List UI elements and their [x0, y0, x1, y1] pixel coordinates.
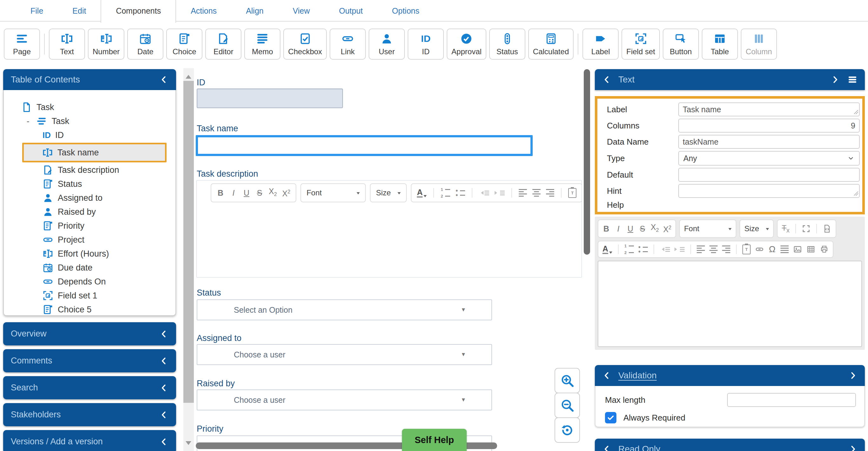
underline-button[interactable]: U	[627, 224, 634, 233]
tree-item-effort-hours[interactable]: Effort (Hours)	[4, 247, 176, 261]
sidebar-section-overview[interactable]: Overview	[3, 322, 176, 345]
horizontal-rule-icon[interactable]	[780, 246, 789, 253]
help-richtext-editor[interactable]: B I U S X2 X2 Font Size Tx	[595, 217, 865, 350]
reset-view-button[interactable]	[555, 417, 580, 443]
toolbar-button-label-component[interactable]: Label	[583, 29, 619, 60]
scroll-down-arrow-icon[interactable]	[186, 441, 191, 448]
toolbar-button-date[interactable]: Date	[127, 29, 163, 60]
chevron-left-icon[interactable]	[160, 410, 168, 419]
default-input[interactable]	[678, 168, 860, 182]
align-right-icon[interactable]	[722, 246, 730, 253]
status-select[interactable]: Select an Option ▼	[197, 299, 492, 320]
tree-item-status[interactable]: Status	[4, 177, 176, 191]
menu-item-file[interactable]: File	[16, 1, 58, 21]
menu-item-actions[interactable]: Actions	[176, 1, 231, 21]
bold-button[interactable]: B	[217, 188, 224, 198]
align-right-icon[interactable]	[546, 189, 554, 197]
chevron-left-icon[interactable]	[160, 356, 168, 365]
columns-input[interactable]	[678, 119, 860, 133]
sidebar-section-search[interactable]: Search	[3, 376, 176, 399]
chevron-left-icon[interactable]	[160, 329, 168, 339]
ordered-list-icon[interactable]: 12	[441, 187, 450, 198]
underline-button[interactable]: U	[243, 188, 250, 198]
assigned-to-select[interactable]: Choose a user ▼	[197, 344, 492, 365]
chevron-right-icon[interactable]	[848, 371, 857, 380]
tree-item-id[interactable]: IDID	[4, 128, 176, 142]
chevron-left-icon[interactable]	[602, 371, 611, 380]
toolbar-button-editor[interactable]: Editor	[205, 29, 241, 60]
chevron-left-icon[interactable]	[160, 383, 168, 392]
menu-item-output[interactable]: Output	[324, 1, 377, 21]
hamburger-icon[interactable]	[848, 75, 857, 84]
menu-item-edit[interactable]: Edit	[58, 1, 100, 21]
paste-as-text-icon[interactable]: T	[742, 245, 751, 254]
outdent-icon[interactable]	[479, 191, 489, 195]
scroll-up-arrow-icon[interactable]	[186, 72, 191, 79]
link-icon[interactable]	[755, 245, 764, 254]
size-dropdown[interactable]: Size	[744, 224, 769, 233]
subscript-button[interactable]: X2	[269, 187, 277, 199]
special-character-icon[interactable]: Ω	[768, 245, 776, 254]
align-center-icon[interactable]	[532, 189, 540, 197]
self-help-button[interactable]: Self Help	[402, 429, 467, 451]
toolbar-button-id[interactable]: IDID	[408, 29, 444, 60]
menu-item-view[interactable]: View	[278, 1, 324, 21]
validation-title[interactable]: Validation	[618, 371, 657, 381]
superscript-button[interactable]: X2	[282, 187, 290, 198]
tree-item-priority[interactable]: Priority	[4, 219, 176, 233]
menu-item-options[interactable]: Options	[377, 1, 434, 21]
raised-by-select[interactable]: Choose a user ▼	[197, 389, 492, 410]
zoom-out-button[interactable]	[555, 393, 580, 418]
panel-vertical-scrollbar-thumb[interactable]	[584, 69, 590, 255]
toolbar-button-choice[interactable]: Choice	[166, 29, 203, 60]
task-description-editor[interactable]: B I U S X2 X2 Font Size A 12 ••	[196, 180, 582, 278]
tree-item-project[interactable]: Project	[4, 233, 176, 247]
type-select[interactable]: Any	[678, 151, 860, 166]
menu-item-components[interactable]: Components	[100, 0, 176, 23]
chevron-left-icon[interactable]	[160, 438, 168, 446]
align-left-icon[interactable]	[519, 189, 527, 197]
tree-item-task-description[interactable]: Task description	[4, 163, 176, 177]
italic-button[interactable]: I	[230, 188, 237, 198]
toolbar-button-checkbox[interactable]: Checkbox	[283, 29, 327, 60]
strikethrough-button[interactable]: S	[256, 188, 263, 198]
align-center-icon[interactable]	[709, 246, 718, 253]
toolbar-button-approval[interactable]: Approval	[447, 29, 486, 60]
toolbar-button-memo[interactable]: Memo	[244, 29, 280, 60]
tree-item-task-page[interactable]: Task	[4, 100, 176, 114]
tree-item-assigned-to[interactable]: Assigned to	[4, 191, 176, 205]
tree-item-task-section[interactable]: -Task	[4, 114, 176, 128]
always-required-checkbox[interactable]	[605, 412, 616, 423]
bullet-list-icon[interactable]: ••	[456, 189, 465, 196]
source-code-icon[interactable]	[823, 224, 832, 233]
subscript-button[interactable]: X2	[651, 222, 659, 235]
sidebar-section-versions[interactable]: Versions / Add a version	[3, 430, 176, 451]
toolbar-button-status[interactable]: Status	[489, 29, 525, 60]
chevron-left-icon[interactable]	[602, 75, 611, 84]
toolbar-button-fieldset[interactable]: Field set	[621, 29, 660, 60]
bullet-list-icon[interactable]: ••	[638, 246, 648, 253]
collapse-marker[interactable]: -	[27, 117, 30, 126]
toolbar-button-button[interactable]: Button	[663, 29, 699, 60]
font-dropdown[interactable]: Font	[307, 188, 360, 197]
strikethrough-button[interactable]: S	[639, 224, 646, 233]
chevron-right-icon[interactable]	[831, 75, 839, 84]
canvas-vertical-scrollbar[interactable]	[183, 68, 194, 451]
toolbar-button-table[interactable]: Table	[702, 29, 738, 60]
label-input[interactable]	[678, 102, 860, 117]
indent-icon[interactable]	[675, 247, 685, 252]
tree-item-field-set-1[interactable]: Field set 1	[4, 289, 176, 302]
toolbar-button-number[interactable]: Number	[88, 29, 124, 60]
chevron-left-icon[interactable]	[602, 445, 611, 451]
italic-button[interactable]: I	[615, 224, 622, 233]
help-editor-body[interactable]	[598, 261, 862, 347]
task-name-input-selected[interactable]	[196, 135, 533, 156]
tree-item-depends-on[interactable]: Depends On	[4, 275, 176, 289]
sidebar-section-comments[interactable]: Comments	[3, 349, 176, 372]
tree-item-choice-5[interactable]: Choice 5	[4, 302, 176, 317]
align-left-icon[interactable]	[697, 246, 705, 253]
maximize-icon[interactable]	[802, 224, 811, 233]
data-name-input[interactable]	[678, 135, 860, 149]
toolbar-button-calculated[interactable]: Calculated	[528, 29, 574, 60]
hint-input[interactable]	[678, 184, 860, 198]
